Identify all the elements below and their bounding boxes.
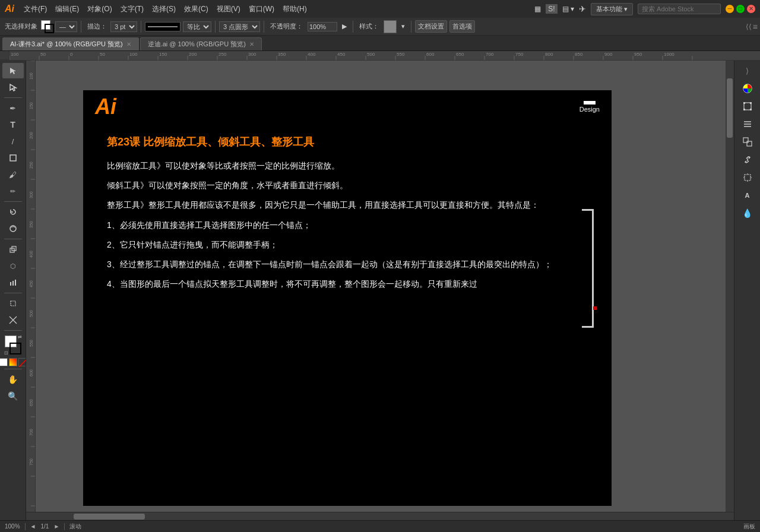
brush-tool-btn[interactable]: 🖌 — [2, 167, 24, 182]
stroke-width-select[interactable]: 3 pt — [110, 21, 137, 32]
rect-icon — [10, 154, 17, 162]
arrange-icon[interactable]: ▦ — [534, 5, 541, 13]
color-mode-icons — [0, 358, 26, 366]
right-char-style-tool[interactable]: A — [737, 188, 758, 203]
right-links-tool[interactable] — [737, 152, 758, 167]
right-align-tool[interactable] — [737, 116, 758, 132]
hand-tool-btn[interactable]: ✋ — [2, 372, 24, 387]
ruler-v-svg: 100 150 200 250 300 350 400 450 500 550 … — [26, 61, 36, 512]
right-transform-tool[interactable] — [737, 99, 758, 114]
svg-rect-89 — [750, 102, 752, 104]
menu-object[interactable]: 对象(O) — [84, 3, 115, 15]
doc-design-label: Design — [580, 106, 600, 113]
tab-ai-lesson3[interactable]: AI-课件3.ai* @ 100% (RGB/GPU 预览) ✕ — [2, 37, 139, 50]
menu-file[interactable]: 文件(F) — [20, 3, 50, 15]
nav-prev[interactable]: ◄ — [30, 523, 36, 530]
left-toolbar: ✒ T / 🖌 ✏ ⬡ — [0, 61, 26, 520]
tool-divider-2 — [4, 201, 22, 202]
minimize-button[interactable]: ─ — [726, 5, 734, 13]
v-scrollbar-thumb[interactable] — [727, 78, 733, 138]
share-icon[interactable]: ✈ — [579, 4, 586, 14]
doc-menu-button[interactable]: Design — [580, 101, 600, 113]
menu-window[interactable]: 窗口(W) — [245, 3, 278, 15]
rect-tool-btn[interactable] — [2, 150, 24, 166]
opacity-expand[interactable]: ▶ — [340, 21, 349, 31]
status-bar: 100% ◄ 1/1 ► 滚动 画板 — [0, 520, 760, 532]
slice-tool-btn[interactable] — [2, 312, 24, 328]
menu-text[interactable]: 文字(T) — [117, 3, 147, 15]
title-bar-left: Ai 文件(F) 编辑(E) 对象(O) 文字(T) 选择(S) 效果(C) 视… — [5, 3, 311, 15]
svg-rect-91 — [750, 109, 752, 110]
opacity-input[interactable] — [308, 22, 337, 31]
type-tool-btn[interactable]: T — [2, 117, 24, 132]
reset-colors-icon[interactable]: ⊡ — [4, 350, 8, 356]
svg-text:500: 500 — [367, 52, 375, 57]
tab-close-2[interactable]: ✕ — [249, 41, 254, 48]
none-mode-icon[interactable] — [18, 358, 27, 366]
doc-para-3: 整形工具》整形工具使用都应该不是很多，因为它只是一个辅助工具，用直接选择工具可以… — [107, 198, 588, 213]
right-artboard-tool[interactable] — [737, 170, 758, 185]
color-tools[interactable]: ⇄ ⊡ — [2, 334, 24, 356]
pen-tool-btn[interactable]: ✒ — [2, 100, 24, 116]
menu-help[interactable]: 帮助(H) — [279, 3, 311, 15]
horizontal-scrollbar[interactable] — [26, 512, 734, 520]
point-style-select[interactable]: 3 点圆形 — [219, 21, 260, 32]
tab-nidi[interactable]: 逆迪.ai @ 100% (RGB/GPU 预览) ✕ — [140, 37, 262, 50]
svg-text:250: 250 — [29, 162, 33, 169]
menu-select[interactable]: 选择(S) — [148, 3, 179, 15]
svg-text:100: 100 — [129, 52, 138, 57]
no-selection-label: 无选择对象 — [2, 21, 40, 32]
stroke-shape-select[interactable]: — — [55, 21, 77, 32]
style-label: 样式： — [357, 21, 381, 32]
swap-colors-icon[interactable]: ⇄ — [18, 334, 22, 340]
symbol-tool-btn[interactable]: ⬡ — [2, 258, 24, 274]
style-swatch[interactable] — [384, 20, 397, 33]
tab-close-1[interactable]: ✕ — [126, 41, 131, 48]
menu-edit[interactable]: 编辑(E) — [52, 3, 83, 15]
svg-text:50: 50 — [100, 52, 105, 57]
canvas-area: 100 150 200 250 300 350 400 450 500 550 … — [26, 61, 734, 512]
zoom-level[interactable]: 100% — [5, 523, 20, 530]
style-expand[interactable]: ▾ — [399, 21, 407, 31]
graph-tool-btn[interactable] — [2, 275, 24, 290]
canvas-scroll[interactable]: Ai Design 第23课 比例缩放工具、倾斜工具、整形工具 — [36, 61, 734, 512]
svg-text:700: 700 — [29, 429, 33, 436]
rotate-tool-btn[interactable] — [2, 204, 24, 220]
menu-view[interactable]: 视图(V) — [213, 3, 244, 15]
toolbar-divider-5 — [353, 21, 353, 33]
close-button[interactable]: ✕ — [747, 5, 755, 13]
direct-select-tool-btn[interactable] — [2, 80, 24, 95]
menu-bar: 文件(F) 编辑(E) 对象(O) 文字(T) 选择(S) 效果(C) 视图(V… — [20, 3, 311, 15]
line-style-select[interactable]: 等比 — [183, 21, 211, 32]
stroke-swatch[interactable] — [10, 343, 21, 354]
preferences-button[interactable]: 首选项 — [449, 20, 475, 33]
right-color-tool[interactable] — [737, 81, 758, 96]
s1-icon[interactable]: S! — [546, 4, 557, 14]
stock-search[interactable] — [638, 4, 721, 14]
h-scrollbar-thumb[interactable] — [74, 514, 145, 520]
warp-tool-btn[interactable] — [2, 221, 24, 236]
normal-mode-icon[interactable] — [0, 358, 8, 366]
doc-settings-button[interactable]: 文档设置 — [415, 20, 447, 33]
toolbar-menu-icon[interactable]: ≡ — [753, 22, 758, 31]
gradient-mode-icon[interactable] — [9, 358, 17, 366]
zoom-tool-btn[interactable]: 🔍 — [2, 388, 24, 404]
svg-text:450: 450 — [29, 280, 33, 287]
right-tool-expand[interactable]: ⟩ — [737, 63, 758, 78]
fill-color-swatch[interactable] — [41, 20, 54, 33]
menu-effect[interactable]: 效果(C) — [180, 3, 212, 15]
arrange2-icon[interactable]: ▤ ▾ — [562, 5, 574, 13]
pencil-tool-btn[interactable]: ✏ — [2, 183, 24, 199]
workspace-button[interactable]: 基本功能 ▾ — [591, 3, 633, 15]
scale-tool-btn[interactable] — [2, 242, 24, 257]
expand-left-icon[interactable]: ⟨⟨ — [746, 23, 752, 31]
right-eyedrop-tool[interactable]: 💧 — [737, 205, 758, 221]
svg-text:100: 100 — [11, 52, 19, 57]
vertical-scrollbar[interactable] — [726, 61, 734, 512]
artboard-tool-btn[interactable] — [2, 296, 24, 311]
right-pathfinder-tool[interactable] — [737, 134, 758, 150]
nav-next[interactable]: ► — [53, 523, 59, 530]
line-tool-btn[interactable]: / — [2, 134, 24, 149]
selection-tool-btn[interactable] — [2, 63, 24, 78]
maximize-button[interactable]: □ — [736, 5, 745, 13]
